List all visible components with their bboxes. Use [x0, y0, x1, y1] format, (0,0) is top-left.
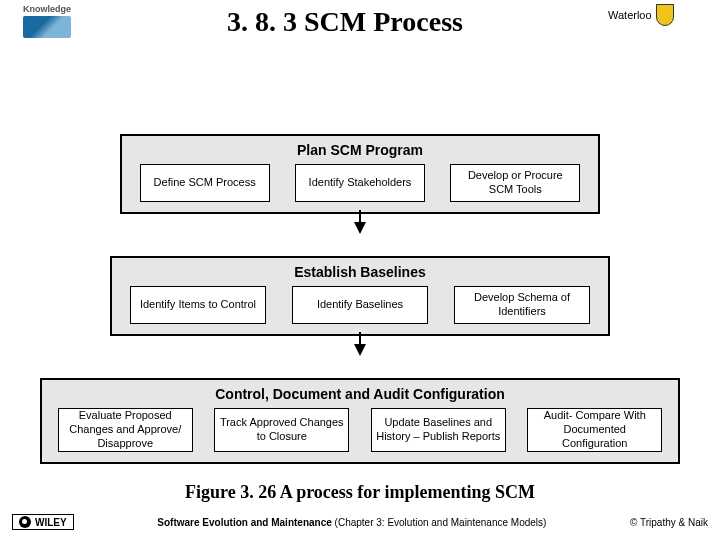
- wiley-logo: WILEY: [12, 514, 74, 530]
- box-develop-schema: Develop Schema of Identifiers: [454, 286, 590, 324]
- knowledge-logo: Knowledge: [12, 4, 82, 44]
- box-identify-baselines: Identify Baselines: [292, 286, 428, 324]
- arrow-2: [0, 334, 720, 356]
- footer-credit: © Tripathy & Naik: [630, 517, 708, 528]
- scm-diagram: Plan SCM Program Define SCM Process Iden…: [0, 134, 720, 464]
- phase1-title: Plan SCM Program: [132, 142, 588, 158]
- phase1-row: Define SCM Process Identify Stakeholders…: [132, 164, 588, 202]
- header: Knowledge 3. 8. 3 SCM Process Waterloo: [0, 0, 720, 44]
- wiley-icon: [19, 516, 31, 528]
- shield-icon: [656, 4, 674, 26]
- box-track-approved: Track Approved Changes to Closure: [214, 408, 349, 452]
- phase3-row: Evaluate Proposed Changes and Approve/ D…: [52, 408, 668, 452]
- box-audit-compare: Audit- Compare With Documented Configura…: [527, 408, 662, 452]
- footer: WILEY Software Evolution and Maintenance…: [0, 514, 720, 530]
- knowledge-label: Knowledge: [23, 4, 71, 14]
- arrow-1: [0, 212, 720, 234]
- phase-plan-scm: Plan SCM Program Define SCM Process Iden…: [120, 134, 600, 214]
- waterloo-logo: Waterloo: [608, 4, 708, 26]
- box-identify-stakeholders: Identify Stakeholders: [295, 164, 425, 202]
- knowledge-icon: [23, 16, 71, 38]
- box-update-baselines: Update Baselines and History – Publish R…: [371, 408, 506, 452]
- phase-control-document-audit: Control, Document and Audit Configuratio…: [40, 378, 680, 464]
- phase2-row: Identify Items to Control Identify Basel…: [122, 286, 598, 324]
- box-define-scm-process: Define SCM Process: [140, 164, 270, 202]
- footer-text-bold: Software Evolution and Maintenance: [157, 517, 331, 528]
- page-title: 3. 8. 3 SCM Process: [82, 4, 608, 38]
- footer-text: Software Evolution and Maintenance (Chap…: [74, 517, 630, 528]
- wiley-label: WILEY: [35, 517, 67, 528]
- figure-caption: Figure 3. 26 A process for implementing …: [0, 482, 720, 503]
- arrow-down-icon: [354, 344, 366, 356]
- waterloo-label: Waterloo: [608, 9, 652, 21]
- box-identify-items: Identify Items to Control: [130, 286, 266, 324]
- arrow-down-icon: [354, 222, 366, 234]
- phase2-title: Establish Baselines: [122, 264, 598, 280]
- phase3-title: Control, Document and Audit Configuratio…: [52, 386, 668, 402]
- footer-text-rest: (Chapter 3: Evolution and Maintenance Mo…: [335, 517, 547, 528]
- box-evaluate-proposed: Evaluate Proposed Changes and Approve/ D…: [58, 408, 193, 452]
- box-develop-procure-tools: Develop or Procure SCM Tools: [450, 164, 580, 202]
- phase-establish-baselines: Establish Baselines Identify Items to Co…: [110, 256, 610, 336]
